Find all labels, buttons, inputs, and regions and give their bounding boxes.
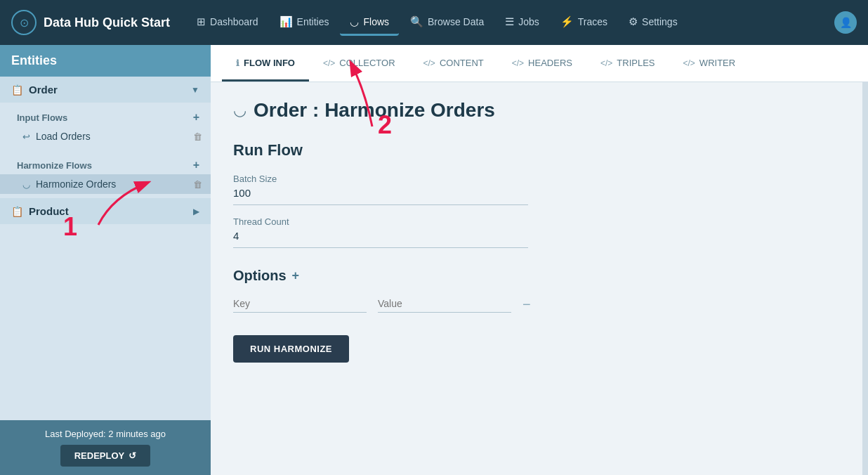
app-logo-icon: ⊙ bbox=[11, 10, 37, 35]
user-avatar[interactable]: 👤 bbox=[834, 11, 857, 34]
deployed-text: Last Deployed: 2 minutes ago bbox=[11, 429, 199, 439]
settings-icon: ⚙ bbox=[629, 15, 638, 28]
batch-size-value: 100 bbox=[233, 187, 528, 205]
input-flows-header: Input Flows + bbox=[0, 107, 211, 126]
nav-item-entities[interactable]: 📊 Entities bbox=[270, 10, 339, 36]
scrollbar[interactable] bbox=[862, 82, 868, 475]
order-chevron-icon: ▼ bbox=[191, 85, 199, 95]
triples-tab-icon: </> bbox=[600, 58, 612, 68]
jobs-icon: ☰ bbox=[505, 15, 514, 28]
remove-option-button[interactable]: − bbox=[522, 297, 531, 311]
tab-content[interactable]: </> CONTENT bbox=[409, 45, 498, 82]
app-title: Data Hub Quick Start bbox=[44, 15, 170, 30]
nav-right: 👤 bbox=[834, 11, 857, 34]
headers-tab-icon: </> bbox=[512, 58, 524, 68]
key-value-row: − bbox=[233, 295, 846, 313]
harmonize-flows-section: Harmonize Flows + ◡ Harmonize Orders 🗑 bbox=[0, 150, 211, 198]
nav-item-dashboard[interactable]: ⊞ Dashboard bbox=[187, 10, 268, 36]
browse-data-icon: 🔍 bbox=[410, 15, 423, 28]
harmonize-orders-icon: ◡ bbox=[22, 179, 30, 190]
writer-tab-icon: </> bbox=[683, 58, 695, 68]
load-orders-icon: ↩ bbox=[22, 131, 30, 142]
nav-items: ⊞ Dashboard 📊 Entities ◡ Flows 🔍 Browse … bbox=[187, 10, 831, 36]
options-title: Options + bbox=[233, 268, 846, 284]
scroll-area: ◡ Order : Harmonize Orders Run Flow Batc… bbox=[211, 82, 868, 475]
thread-count-label: Thread Count bbox=[233, 216, 846, 227]
content-tab-icon: </> bbox=[423, 58, 435, 68]
thread-count-group: Thread Count 4 bbox=[233, 216, 846, 248]
sidebar-item-harmonize-orders[interactable]: ◡ Harmonize Orders 🗑 bbox=[0, 174, 211, 194]
value-input[interactable] bbox=[378, 295, 511, 313]
add-input-flow-button[interactable]: + bbox=[193, 111, 199, 124]
dashboard-icon: ⊞ bbox=[197, 15, 206, 28]
tab-collector[interactable]: </> COLLECTOR bbox=[309, 45, 409, 82]
flow-title-icon: ◡ bbox=[233, 101, 246, 119]
redeploy-button[interactable]: REDEPLOY ↺ bbox=[60, 445, 151, 467]
sidebar-item-load-orders[interactable]: ↩ Load Orders 🗑 bbox=[0, 126, 211, 146]
key-input[interactable] bbox=[233, 295, 367, 313]
tab-flow-info[interactable]: ℹ FLOW INFO bbox=[222, 45, 309, 82]
options-add-button[interactable]: + bbox=[292, 268, 300, 283]
main-layout: Entities 📋 Order ▼ Input Flows + ↩ Load … bbox=[0, 45, 868, 475]
redeploy-icon: ↺ bbox=[129, 450, 136, 461]
sidebar-entity-order[interactable]: 📋 Order ▼ bbox=[0, 77, 211, 103]
nav-item-settings[interactable]: ⚙ Settings bbox=[619, 10, 688, 36]
sidebar-entity-product[interactable]: 📋 Product ▶ bbox=[0, 198, 211, 224]
run-harmonize-button[interactable]: RUN HARMONIZE bbox=[233, 335, 349, 363]
top-navigation: ⊙ Data Hub Quick Start ⊞ Dashboard 📊 Ent… bbox=[0, 0, 868, 45]
delete-harmonize-orders-icon[interactable]: 🗑 bbox=[193, 179, 202, 190]
run-flow-title: Run Flow bbox=[233, 141, 846, 160]
tab-writer[interactable]: </> WRITER bbox=[669, 45, 750, 82]
nav-item-jobs[interactable]: ☰ Jobs bbox=[495, 10, 549, 36]
flow-title-row: ◡ Order : Harmonize Orders bbox=[233, 99, 846, 122]
sidebar-header: Entities bbox=[0, 45, 211, 77]
batch-size-group: Batch Size 100 bbox=[233, 174, 846, 205]
collector-tab-icon: </> bbox=[323, 58, 335, 68]
logo-area: ⊙ Data Hub Quick Start bbox=[11, 10, 170, 35]
input-flows-section: Input Flows + ↩ Load Orders 🗑 bbox=[0, 103, 211, 150]
sidebar: Entities 📋 Order ▼ Input Flows + ↩ Load … bbox=[0, 45, 211, 475]
harmonize-flows-header: Harmonize Flows + bbox=[0, 155, 211, 174]
content-area: ℹ FLOW INFO </> COLLECTOR </> CONTENT </… bbox=[211, 45, 868, 475]
nav-item-flows[interactable]: ◡ Flows bbox=[340, 10, 399, 36]
nav-item-traces[interactable]: ⚡ Traces bbox=[551, 10, 617, 36]
delete-load-orders-icon[interactable]: 🗑 bbox=[193, 131, 202, 142]
nav-item-browse-data[interactable]: 🔍 Browse Data bbox=[400, 10, 494, 36]
entity-order-icon: 📋 bbox=[11, 84, 23, 96]
product-chevron-icon: ▶ bbox=[193, 207, 199, 216]
entity-product-icon: 📋 bbox=[11, 206, 23, 217]
flow-title: Order : Harmonize Orders bbox=[254, 99, 495, 122]
flows-icon: ◡ bbox=[350, 15, 359, 28]
traces-icon: ⚡ bbox=[560, 15, 574, 28]
flow-info-tab-icon: ℹ bbox=[236, 58, 239, 68]
entities-icon: 📊 bbox=[280, 15, 293, 28]
batch-size-label: Batch Size bbox=[233, 174, 846, 184]
tab-headers[interactable]: </> HEADERS bbox=[498, 45, 586, 82]
sidebar-footer: Last Deployed: 2 minutes ago REDEPLOY ↺ bbox=[0, 420, 211, 475]
tab-triples[interactable]: </> TRIPLES bbox=[586, 45, 669, 82]
tabs-bar: ℹ FLOW INFO </> COLLECTOR </> CONTENT </… bbox=[211, 45, 868, 82]
thread-count-value: 4 bbox=[233, 230, 528, 248]
add-harmonize-flow-button[interactable]: + bbox=[193, 159, 199, 171]
